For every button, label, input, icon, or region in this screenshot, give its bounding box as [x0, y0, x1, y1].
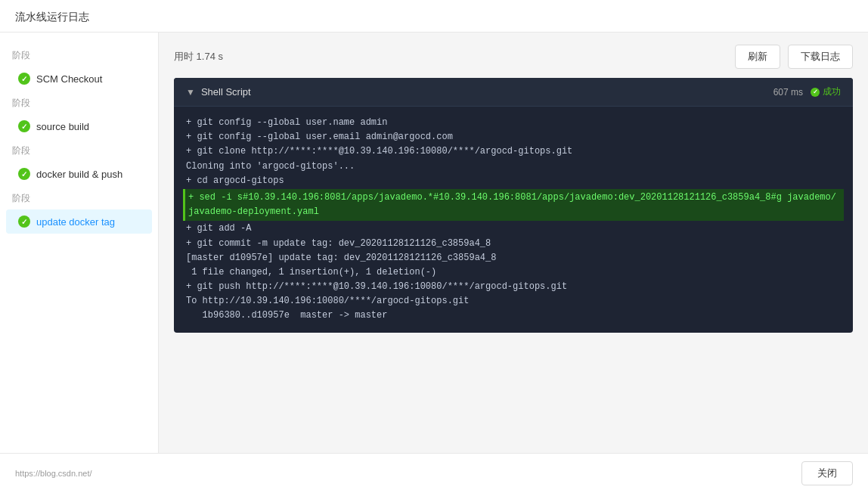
download-log-button[interactable]: 下载日志	[788, 45, 853, 69]
log-line: Cloning into 'argocd-gitops'...	[186, 160, 841, 174]
content-area: 用时 1.74 s 刷新 下载日志 ▼ Shell Script 607 ms …	[159, 33, 868, 489]
log-line: + git config --global user.name admin	[186, 116, 841, 130]
stage-label-2: 阶段	[0, 92, 158, 113]
log-line: [master d10957e] update tag: dev_2020112…	[186, 251, 841, 265]
log-line: To http://10.39.140.196:10080/****/argoc…	[186, 294, 841, 309]
footer: https://blog.csdn.net/ 关闭	[0, 453, 868, 493]
log-line: + git commit -m update tag: dev_20201128…	[186, 237, 841, 251]
log-body: + git config --global user.name admin+ g…	[174, 107, 853, 333]
log-panel: ▼ Shell Script 607 ms 成功 + git config --…	[174, 78, 853, 333]
sidebar-item-source-build[interactable]: source build	[6, 114, 152, 138]
log-duration-badge: 607 ms	[773, 87, 803, 98]
sidebar-item-scm-checkout[interactable]: SCM Checkout	[6, 67, 152, 91]
log-line: 1b96380..d10957e master -> master	[186, 309, 841, 323]
success-badge: 成功	[811, 85, 841, 98]
refresh-button[interactable]: 刷新	[735, 45, 780, 69]
log-line: + git config --global user.email admin@a…	[186, 130, 841, 144]
stage-item-label-4: update docker tag	[36, 216, 115, 228]
check-icon-2	[18, 120, 30, 132]
log-panel-header: ▼ Shell Script 607 ms 成功	[174, 78, 853, 107]
content-header: 用时 1.74 s 刷新 下载日志	[174, 45, 853, 69]
stage-item-label-2: source build	[36, 121, 89, 132]
success-text: 成功	[823, 85, 841, 98]
log-line: 1 file changed, 1 insertion(+), 1 deleti…	[186, 265, 841, 280]
stage-item-label-3: docker build & push	[36, 169, 122, 180]
log-line: + cd argocd-gitops	[186, 174, 841, 188]
collapse-arrow-icon[interactable]: ▼	[186, 87, 195, 98]
success-dot-icon	[811, 88, 820, 97]
log-line: + git add -A	[186, 222, 841, 236]
stage-label-1: 阶段	[0, 45, 158, 65]
log-panel-header-right: 607 ms 成功	[773, 85, 841, 98]
page-title: 流水线运行日志	[15, 11, 89, 23]
stage-label-3: 阶段	[0, 140, 158, 160]
duration-text: 用时 1.74 s	[174, 50, 223, 64]
footer-link: https://blog.csdn.net/	[15, 469, 92, 478]
check-icon-1	[18, 73, 30, 85]
sidebar: 阶段 SCM Checkout 阶段 source build 阶段 docke…	[0, 33, 159, 489]
log-line: + sed -i s#10.39.140.196:8081/apps/javad…	[183, 189, 844, 221]
log-line: + git clone http://****:****@10.39.140.1…	[186, 144, 841, 159]
sidebar-item-update-docker-tag[interactable]: update docker tag	[6, 209, 152, 234]
check-icon-4	[18, 215, 30, 228]
sidebar-item-docker-build[interactable]: docker build & push	[6, 162, 152, 186]
page-header: 流水线运行日志	[0, 0, 868, 33]
check-icon-3	[18, 168, 30, 180]
header-buttons: 刷新 下载日志	[735, 45, 853, 69]
shell-script-label: Shell Script	[201, 86, 251, 98]
stage-label-4: 阶段	[0, 188, 158, 208]
close-button[interactable]: 关闭	[801, 461, 853, 485]
stage-item-label-1: SCM Checkout	[36, 73, 102, 85]
log-line: + git push http://****:****@10.39.140.19…	[186, 280, 841, 294]
